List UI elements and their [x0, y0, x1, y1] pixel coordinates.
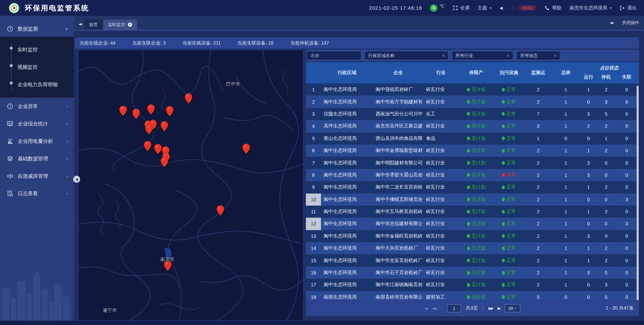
table-row[interactable]: 14 阆中生态环境局 阆中大兴页岩机砖厂 砖瓦行业 无计划 正常 2 1 1 2…	[306, 242, 639, 254]
sidebar-item-base-data[interactable]: 基础数据管理 ‹	[0, 150, 74, 167]
row-region: 仪陇生态环境局	[321, 108, 373, 120]
help-button[interactable]: 帮助	[544, 5, 561, 11]
table-row[interactable]: 12 阆中生态环境局 阆中市忠信建材有限公 砖瓦行业 无计划 正常 2 1 0 …	[306, 218, 639, 230]
notification-bell[interactable]: 2632	[511, 5, 536, 11]
log-document-icon	[7, 190, 13, 197]
map-pin[interactable]	[166, 106, 174, 118]
map-pin[interactable]	[132, 109, 140, 120]
row-index: 15	[306, 254, 321, 266]
user-dropdown[interactable]: 南充市生态环境局 ▾	[570, 5, 611, 11]
page-number-input[interactable]	[447, 304, 461, 312]
status-select[interactable]: 所有状态 ∨	[517, 51, 560, 60]
row-facility-status: 正常	[506, 294, 516, 300]
row-stop-count: 2	[598, 145, 614, 157]
map-pin[interactable]	[164, 261, 171, 272]
row-points: 2	[524, 206, 552, 218]
row-facility-status: 正常	[506, 282, 516, 288]
chevron-down-icon: ∨	[507, 53, 509, 58]
row-limit-status: 无计划	[472, 160, 486, 166]
map-canvas[interactable]: 巴中市南充市遂宁市	[78, 50, 304, 321]
sidebar-item-emergency-reduction[interactable]: 应急减排管理 ‹	[0, 167, 74, 185]
map-pin[interactable]	[160, 121, 168, 133]
map-pin[interactable]	[119, 106, 127, 117]
table-row[interactable]: 18 南部生态环境局 南部县砖华页岩有限公 建材加工 无计划 正常 5 0 0 …	[306, 291, 639, 300]
tab-home[interactable]: 首页	[85, 19, 103, 30]
table-scrollbar[interactable]	[637, 86, 639, 300]
top-header: 环保用电监管系统 2021-02-25 17:46:18 0 ℃ 全屏 主题 ▾…	[0, 0, 644, 16]
table-row[interactable]: 15 阆中生态环境局 阆中市光富页岩机砖厂 砖瓦行业 无计划 正常 2 1 1 …	[306, 254, 639, 266]
table-row[interactable]: 4 高坪生态环境局 南充市高坪区王家店建 砖瓦行业 无计划 正常 3 1 2 2…	[306, 120, 639, 132]
row-index: 1	[306, 84, 321, 96]
table-row[interactable]: 6 阆中生态环境局 阆中市金博瑞新型墙材 砖瓦行业 无计划 正常 2 1 1 2…	[306, 145, 639, 157]
row-stop-count: 3	[598, 279, 614, 291]
tab-realtime-monitor[interactable]: 实时监控 ✕	[103, 19, 137, 30]
stat-item: 当前在线设备: 211	[182, 40, 221, 46]
region-select[interactable]: 行政区域名称 ∨	[365, 51, 448, 60]
sidebar-item-power-load-detail[interactable]: 企业电力负荷明细	[0, 76, 74, 93]
last-page-button[interactable]: ▶|	[497, 306, 500, 311]
bell-icon	[511, 5, 517, 11]
first-page-button[interactable]: |◀	[425, 306, 427, 311]
table-row[interactable]: 9 阆中生态环境局 阆中市二龙长宝页岩砖 砖瓦行业 无计划 正常 2 1 1 2…	[306, 181, 639, 193]
tabs-scroll-right-icon[interactable]: ▶▶	[610, 21, 613, 24]
map-pin[interactable]	[145, 124, 153, 136]
sidebar-item-power-analysis[interactable]: 企业用电量分析 ‹	[0, 132, 74, 150]
map-pin[interactable]	[216, 205, 224, 217]
map-pin[interactable]	[147, 104, 155, 116]
row-company: 阆中市五马桥页岩机砖	[373, 206, 423, 218]
industry-select[interactable]: 所有行业 ∨	[452, 51, 513, 60]
sidebar-item-company-anomaly[interactable]: 企业异常 ‹	[0, 98, 74, 115]
table-row[interactable]: 1 阆中生态环境局 阆中强锐页岩砖厂 砖瓦行业 无计划 正常 2 1 1 2 0	[306, 84, 639, 96]
close-operations-button[interactable]: 关闭操作	[622, 20, 639, 26]
page-size-select[interactable]: 20 ∨	[505, 304, 520, 312]
table-row[interactable]: 5 营山生态环境局 营山县润丰肉食品有限 食品 无计划 正常 1 0 0 1 0	[306, 132, 639, 145]
table-row[interactable]: 11 阆中生态环境局 阆中市五马桥页岩机砖 砖瓦行业 无计划 正常 2 1 1 …	[306, 206, 639, 218]
row-index: 16	[306, 267, 321, 279]
table-row[interactable]: 7 阆中生态环境局 阆中明阳建材有限公司 砖瓦行业 无计划 正常 2 1 3 0…	[306, 157, 639, 169]
table-row[interactable]: 17 阆中生态环境局 阆中市江南镇阆南页岩 砖瓦行业 无计划 正常 2 1 0 …	[306, 279, 639, 291]
table-row[interactable]: 16 阆中生态环境局 阆中市石子页岩机砖厂 砖瓦行业 无计划 正常 2 1 3 …	[306, 267, 639, 279]
sidebar-item-company-statistics[interactable]: 企业综合统计 ‹	[0, 115, 74, 132]
table-row[interactable]: 8 阆中生态环境局 阆中市枣碧大梁山页岩 砖瓦行业 无计划 异常 2 1 3 0…	[306, 169, 639, 181]
table-row[interactable]: 2 阆中生态环境局 阆中市南方节能建材有 砖瓦行业 无计划 正常 2 1 0 3…	[306, 96, 639, 108]
table-row[interactable]: 3 仪陇生态环境局 西南油气田分公司川中 化工 无计划 正常 7 1 3 5 0	[306, 108, 639, 120]
row-meters: 1	[552, 96, 579, 108]
logout-button[interactable]: 退出	[620, 5, 637, 11]
row-limit-status: 无计划	[472, 209, 486, 215]
stat-item: 当前失联企业: 3	[132, 40, 166, 46]
sidebar-item-data-monitor[interactable]: 数据监测 ∨	[0, 21, 74, 37]
tabs-scroll-left-icon[interactable]: ◀◀	[78, 22, 81, 26]
row-stop-count: 0	[598, 218, 614, 230]
row-index: 8	[306, 169, 321, 181]
row-region: 阆中生态环境局	[321, 254, 373, 266]
table-row[interactable]: 13 阆中生态环境局 阆中市金福旺页岩机砖 砖瓦行业 无计划 正常 2 1 3 …	[306, 230, 639, 242]
sidebar-item-video-monitor[interactable]: 视频监控	[0, 58, 74, 76]
row-limit-status: 无计划	[472, 282, 486, 288]
name-filter-field[interactable]	[306, 51, 361, 60]
facility-status-dot	[502, 247, 505, 250]
row-facility-status: 正常	[506, 258, 516, 264]
theme-dropdown[interactable]: 主题 ▾	[478, 5, 491, 11]
sidebar-item-realtime-monitor[interactable]: 实时监控	[0, 41, 74, 58]
sidebar-item-log-view[interactable]: 日志查看 ‹	[0, 185, 74, 202]
map-pin[interactable]	[185, 93, 193, 105]
map-pin[interactable]	[154, 144, 162, 156]
row-run-count: 3	[579, 157, 598, 169]
prev-page-button[interactable]: ◀◀	[432, 306, 436, 311]
map-pin[interactable]	[243, 144, 250, 155]
map-pin[interactable]	[144, 141, 151, 153]
row-region: 阆中生态环境局	[321, 96, 373, 108]
table-row[interactable]: 10 阆中生态环境局 阆中千佛镇五郎垭页岩 砖瓦行业 无计划 正常 2 1 0 …	[306, 194, 639, 206]
name-search-input[interactable]	[310, 53, 358, 58]
row-industry: 砖瓦行业	[423, 169, 459, 181]
map-pin[interactable]	[160, 157, 168, 169]
close-icon[interactable]: ✕	[128, 22, 132, 27]
fullscreen-button[interactable]: 全屏	[452, 5, 470, 11]
next-page-button[interactable]: ▶▶	[489, 306, 493, 311]
row-lost-count: 0	[614, 108, 639, 120]
sidebar-collapse-button[interactable]: ◀	[73, 176, 80, 183]
row-run-count: 3	[579, 230, 598, 242]
row-run-count: 1	[579, 181, 598, 193]
row-region: 营山生态环境局	[321, 132, 373, 145]
mute-speaker-icon[interactable]: ◀	[499, 5, 503, 10]
